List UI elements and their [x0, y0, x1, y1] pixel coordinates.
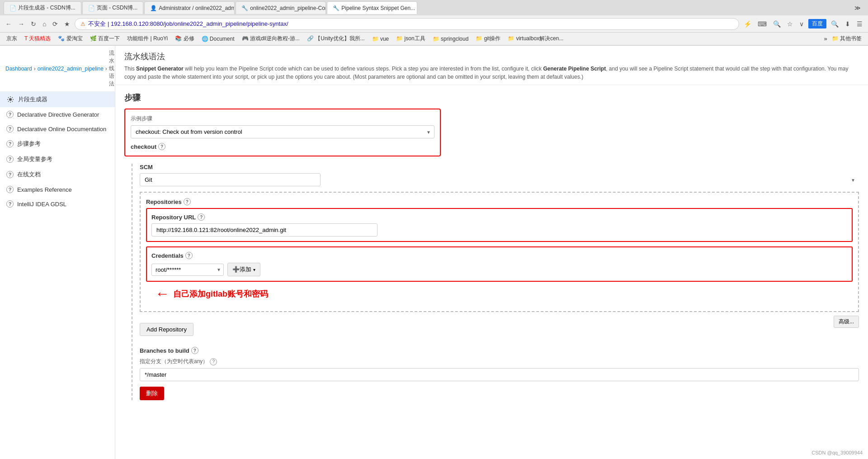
bookmark-git[interactable]: 📁 git操作 [473, 34, 503, 43]
branches-label: Branches to build ? [140, 347, 859, 354]
sample-step-select-container: checkout: Check out from version control… [131, 125, 434, 138]
bookmark-taobao[interactable]: 🐾 爱淘宝 [55, 34, 85, 43]
tab-1[interactable]: 📄 片段生成器 - CSDN博... [4, 1, 81, 14]
repositories-label-text: Repositories [146, 199, 182, 205]
credentials-select-wrapper: root/****** ▼ [151, 264, 224, 276]
breadcrumb-current: 流水线语法 [109, 49, 114, 88]
bookmark-vue[interactable]: 📁 vue [369, 35, 392, 43]
sidebar-item-online-doc-label: 在线文档 [17, 170, 41, 179]
branch-sub-help-icon[interactable]: ? [210, 358, 217, 365]
main-content: 流水线语法 This Snippet Generator will help y… [115, 46, 868, 459]
bookmark-bixiu[interactable]: 📚 必修 [172, 34, 197, 43]
checkout-help-icon[interactable]: ? [158, 143, 165, 150]
add-credentials-button[interactable]: ➕添加 ▾ [227, 263, 260, 276]
back-button[interactable]: ← [4, 19, 14, 28]
tab-2[interactable]: 📄 页面 - CSDN博... [82, 1, 144, 14]
sidebar-item-snippet-gen[interactable]: 片段生成器 [0, 92, 115, 107]
forward-button[interactable]: → [16, 19, 26, 28]
branch-input[interactable] [140, 368, 859, 381]
bookmark-unity[interactable]: 🔗 【Unity优化】我所... [304, 34, 368, 43]
credentials-select[interactable]: root/****** [151, 264, 224, 276]
app-layout: Dashboard › online2022_admin_pipeline › … [0, 46, 868, 459]
sidebar-item-global-var[interactable]: ? 全局变量参考 [0, 151, 115, 167]
profile-button[interactable]: ⬇ [843, 19, 852, 28]
question-icon-4: ? [6, 171, 14, 178]
bookmark-ruoyi[interactable]: 功能组件 | RuoYi [124, 34, 170, 43]
bookmark-game[interactable]: 🎮 游戏dll逆向教程-游... [239, 34, 302, 43]
bookmark-document[interactable]: 🌐 Document [199, 35, 237, 43]
bookmark-baidu[interactable]: 🌿 百度一下 [87, 34, 123, 43]
home-button[interactable]: ⌂ [41, 19, 48, 28]
search-button[interactable]: 🔍 [829, 19, 840, 28]
bookmark-json[interactable]: 📁 json工具 [393, 34, 428, 43]
baidu-search-button[interactable]: 百度 [808, 19, 826, 28]
repo-url-help-icon[interactable]: ? [198, 213, 205, 221]
credentials-help-icon[interactable]: ? [185, 252, 193, 259]
watermark-text: CSDN @qq_39009944 [811, 450, 863, 455]
security-warning-icon: ⚠ [80, 21, 85, 27]
scm-select[interactable]: Git [140, 173, 321, 186]
sidebar-item-snippet-label: 片段生成器 [18, 95, 47, 104]
sidebar-item-examples-label: Examples Reference [17, 186, 72, 193]
sample-step-select[interactable]: checkout: Check out from version control [131, 125, 434, 138]
bookmark-more[interactable]: » [824, 35, 827, 42]
credentials-label-text: Credentials [151, 252, 184, 259]
url-bar[interactable]: ⚠ 不安全 | 192.168.0.120:8080/job/online202… [75, 18, 739, 30]
sidebar: Dashboard › online2022_admin_pipeline › … [0, 46, 115, 459]
sidebar-item-intellij[interactable]: ? IntelliJ IDEA GDSL [0, 197, 115, 211]
bookmark-tmall[interactable]: T 天猫精选 [22, 34, 53, 43]
annotation-area: ← 自己添加gitlab账号和密码 [155, 285, 853, 302]
bookmark-virtualbox[interactable]: 📁 virtualbox解决cen... [505, 34, 566, 43]
branches-help-icon[interactable]: ? [191, 347, 198, 354]
bookmark-jd[interactable]: 京东 [4, 34, 20, 43]
extensions-button[interactable]: ⚡ [742, 19, 753, 28]
breadcrumb-sep2: › [105, 66, 107, 72]
add-credentials-dropdown-icon: ▾ [253, 267, 255, 272]
repositories-label: Repositories ? [146, 198, 853, 205]
history-button[interactable]: ⟳ [51, 19, 60, 28]
tab-4[interactable]: 🔧 online2022_admin_pipeline-Conf... [236, 1, 326, 14]
sidebar-item-declarative-gen[interactable]: ? Declarative Directive Generator [0, 107, 115, 122]
branches-label-text: Branches to build [140, 347, 189, 354]
repo-url-input[interactable] [151, 223, 377, 237]
repo-url-label-text: Repository URL [151, 214, 196, 221]
add-repository-button[interactable]: Add Repository [140, 323, 193, 336]
sample-steps-box: 示例步骤 checkout: Check out from version co… [124, 109, 441, 156]
breadcrumb-dashboard[interactable]: Dashboard [5, 66, 32, 72]
branches-section: Branches to build ? 指定分支（为空时代表any） ? [140, 347, 859, 381]
checkout-label-row: checkout ? [131, 143, 434, 150]
tab-3[interactable]: 👤 Administrator / online2022_admi... [144, 1, 235, 14]
star-button[interactable]: ☆ [785, 19, 795, 28]
scm-label-text: SCM [140, 164, 153, 170]
question-icon-3: ? [6, 156, 14, 163]
breadcrumb-pipeline[interactable]: online2022_admin_pipeline [38, 66, 104, 72]
add-repository-area: Add Repository [140, 317, 859, 341]
translate-button[interactable]: ⌨ [756, 19, 769, 28]
sidebar-item-step-ref-label: 步骤参考 [17, 140, 41, 148]
url-text: 不安全 | 192.168.0.120:8080/job/online2022_… [88, 20, 733, 28]
annotation-text: 自己添加gitlab账号和密码 [173, 289, 268, 299]
sidebar-item-step-ref[interactable]: ? 步骤参考 [0, 136, 115, 151]
sidebar-item-examples-ref[interactable]: ? Examples Reference [0, 182, 115, 197]
menu-button[interactable]: ☰ [855, 19, 864, 28]
advanced-button[interactable]: 高级... [834, 316, 859, 328]
content-area: 步骤 示例步骤 checkout: Check out from version… [115, 85, 868, 407]
breadcrumb-sep1: › [34, 66, 36, 72]
sidebar-item-online-doc[interactable]: ? 在线文档 [0, 167, 115, 182]
dropdown-button[interactable]: ∨ [797, 19, 806, 28]
bookmark-others[interactable]: 📁 其他书签 [829, 34, 864, 43]
delete-button[interactable]: 删除 [140, 387, 164, 400]
scm-section: SCM Git ▼ [140, 164, 859, 186]
sidebar-item-declarative-doc[interactable]: ? Declarative Online Documentation [0, 122, 115, 136]
bookmark-springcloud[interactable]: 📁 springcloud [430, 35, 472, 43]
question-icon-0: ? [6, 111, 14, 118]
repositories-help-icon[interactable]: ? [184, 198, 191, 205]
page-title: 流水线语法 [124, 51, 859, 62]
zoom-button[interactable]: 🔍 [771, 19, 783, 28]
tab-5[interactable]: 🔧 Pipeline Syntax Snippet Gen... [327, 1, 417, 14]
tab-more-button[interactable]: ≫ [851, 3, 864, 13]
reload-button[interactable]: ↻ [29, 19, 38, 28]
bookmark-button[interactable]: ★ [62, 19, 72, 28]
page-description: This Snippet Generator will help you lea… [124, 65, 859, 81]
credentials-label: Credentials ? [151, 252, 847, 259]
